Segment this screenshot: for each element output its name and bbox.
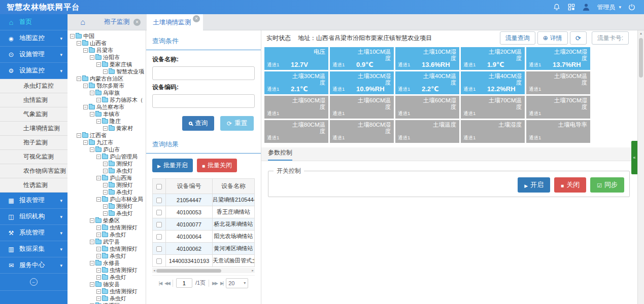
refresh-button[interactable] (570, 31, 587, 45)
tree-expander-icon[interactable] (90, 91, 94, 95)
tree-node[interactable]: 九江市 (70, 139, 146, 146)
tree-node[interactable]: 中国 (70, 32, 146, 40)
username[interactable]: 管理员 (597, 3, 615, 12)
user-avatar-icon[interactable] (582, 3, 590, 11)
tree-node[interactable]: 测报灯 (70, 181, 146, 188)
tree-expander-icon[interactable] (96, 98, 101, 102)
tree-node[interactable]: 乌兰察布市 (70, 103, 146, 110)
tree-expander-icon[interactable] (96, 296, 101, 301)
sidebar-item[interactable]: 首页 (0, 14, 67, 30)
tree-node[interactable]: 乌审旗 (70, 89, 146, 96)
batch-close-button[interactable]: 批量关闭 (197, 159, 237, 172)
tree-node[interactable]: 杀虫灯 (70, 231, 146, 238)
tree-expander-icon[interactable] (96, 225, 101, 230)
tree-node[interactable]: 杀虫灯 (70, 252, 146, 259)
table-row[interactable]: 40100077 桥北花果墒情站 (153, 218, 255, 231)
sidebar-subitem[interactable]: 性诱监测 (0, 178, 67, 193)
tree-expander-icon[interactable] (90, 282, 94, 287)
scroll-left-icon[interactable]: ◂ (152, 269, 156, 273)
user-menu-caret-icon[interactable]: ▾ (619, 5, 621, 10)
tree-node[interactable]: 庐山管理局 (70, 153, 146, 160)
home-tab-icon[interactable] (67, 14, 98, 30)
tree-node[interactable]: 杀虫灯 (70, 295, 146, 302)
table-horizontal-scrollbar[interactable]: ◂ ▸ (152, 268, 255, 273)
tree-expander-icon[interactable] (77, 41, 81, 46)
sidebar-item[interactable]: 服务中心 ▾ (0, 257, 67, 274)
sensor-card[interactable]: 土壤温度 通道1 (395, 120, 459, 143)
tree-node[interactable]: 丰镇市 (70, 110, 146, 118)
flow-card-number-button[interactable]: 流量卡号: (592, 31, 629, 45)
sensor-card[interactable]: 土壤40CM湿度 通道1 12.2%RH (461, 71, 525, 94)
sidebar-subitem[interactable]: 杀虫灯监控 (0, 79, 67, 93)
flow-query-button[interactable]: 流量查询 (500, 31, 535, 45)
sensor-card[interactable]: 土壤10CM温度 通道1 0.9℃ (330, 47, 394, 70)
sensor-card[interactable]: 土壤电导率 通道1 (526, 120, 590, 143)
sensor-card[interactable]: 土壤70CM湿度 通道1 (526, 96, 590, 119)
sensor-card[interactable]: 土壤60CM温度 通道1 (330, 96, 394, 119)
logout-power-icon[interactable] (628, 3, 636, 11)
scroll-right-icon[interactable]: ▸ (251, 269, 255, 273)
sidebar-item[interactable]: 设施监控 ▾ (0, 63, 67, 79)
sensor-card[interactable]: 土壤30CM湿度 通道1 10.9%RH (330, 71, 394, 94)
tree-node[interactable]: 江西省 (70, 132, 146, 139)
notification-bell-icon[interactable] (553, 3, 561, 11)
tree-node[interactable]: 永修县 (70, 259, 146, 267)
row-checkbox[interactable] (156, 198, 162, 203)
tree-node[interactable]: 黄家村 (70, 125, 146, 132)
tree-node[interactable]: 汾阳市 (70, 54, 146, 61)
sensor-card[interactable]: 土壤80CM温度 通道1 (264, 120, 328, 143)
tree-expander-icon[interactable] (90, 112, 94, 117)
tree-node[interactable]: 山西省 (70, 40, 146, 47)
sensor-card[interactable]: 土壤20CM湿度 通道1 13.7%RH (526, 47, 590, 70)
horizontal-scroll-thumb[interactable] (156, 269, 221, 273)
sensor-card[interactable]: 土壤湿度 通道1 (461, 120, 525, 143)
sidebar-item[interactable]: 数据采集 ▾ (0, 241, 67, 257)
tab-close-icon[interactable]: × (133, 19, 141, 26)
sidebar-subitem[interactable]: 农作物病害监测 (0, 164, 67, 178)
tree-expander-icon[interactable] (90, 240, 94, 244)
table-row[interactable]: 40100064 阳光农场墒情站 (153, 231, 255, 243)
sidebar-item[interactable]: 报表管理 ▾ (0, 193, 67, 209)
row-checkbox[interactable] (156, 234, 162, 240)
sensor-card[interactable]: 土壤20CM温度 通道1 1.9℃ (461, 47, 525, 70)
last-page-icon[interactable]: ▶| (220, 281, 223, 286)
tree-expander-icon[interactable] (77, 77, 81, 81)
tree-node[interactable]: 虫情测报灯 (70, 245, 146, 252)
tab[interactable]: 土壤墒情监测 × (147, 14, 203, 30)
detail-button[interactable]: 详情 (537, 31, 568, 45)
scroll-up-icon[interactable] (638, 31, 644, 35)
close-button[interactable]: 关闭 (554, 177, 586, 193)
tree-expander-icon[interactable] (96, 268, 101, 273)
sensor-card[interactable]: 电压 通道1 12.7V (264, 47, 328, 70)
tree-node[interactable]: 杀虫灯 (70, 274, 146, 281)
tree-expander-icon[interactable] (96, 289, 101, 294)
page-size-select[interactable]: 20 ▾ (226, 278, 248, 288)
tree-node[interactable]: 智慧农业项 (70, 68, 146, 75)
sidebar-subitem[interactable]: 虫情监测 (0, 93, 67, 107)
tree-expander-icon[interactable] (96, 155, 101, 159)
open-button[interactable]: 开启 (518, 177, 550, 193)
table-row[interactable]: 40100053 香王庄墒情站 (153, 206, 255, 218)
tree-expander-icon[interactable] (103, 190, 108, 195)
sidebar-item[interactable]: 地图监控 ▾ (0, 30, 67, 47)
tree-node[interactable]: 栗家庄镇 (70, 61, 146, 68)
apps-grid-icon[interactable] (567, 3, 575, 11)
tree-node[interactable]: 鄂尔多斯市 (70, 82, 146, 89)
tree-node[interactable]: 吕梁市 (70, 47, 146, 54)
tree-expander-icon[interactable] (103, 183, 108, 187)
tree-expander-icon[interactable] (103, 69, 108, 74)
sensor-card[interactable]: 土壤10CM湿度 通道1 13.6%RH (395, 47, 459, 70)
tree-expander-icon[interactable] (70, 34, 75, 39)
sidebar-subitem[interactable]: 孢子监测 (0, 136, 67, 150)
tree-node[interactable]: 虫情测报灯 (70, 288, 146, 295)
sensor-card[interactable]: 土壤80CM湿度 通道1 (330, 120, 394, 143)
tree-expander-icon[interactable] (103, 126, 108, 131)
tree-expander-icon[interactable] (90, 147, 94, 152)
row-checkbox[interactable] (156, 258, 162, 264)
device-code-input[interactable] (152, 94, 255, 108)
row-checkbox[interactable] (156, 222, 162, 227)
sidebar-item[interactable]: 设施管理 ▾ (0, 47, 67, 63)
tree-expander-icon[interactable] (103, 169, 108, 173)
reset-button[interactable]: 重置 (220, 116, 254, 131)
sidebar-collapse-button[interactable] (0, 274, 67, 291)
